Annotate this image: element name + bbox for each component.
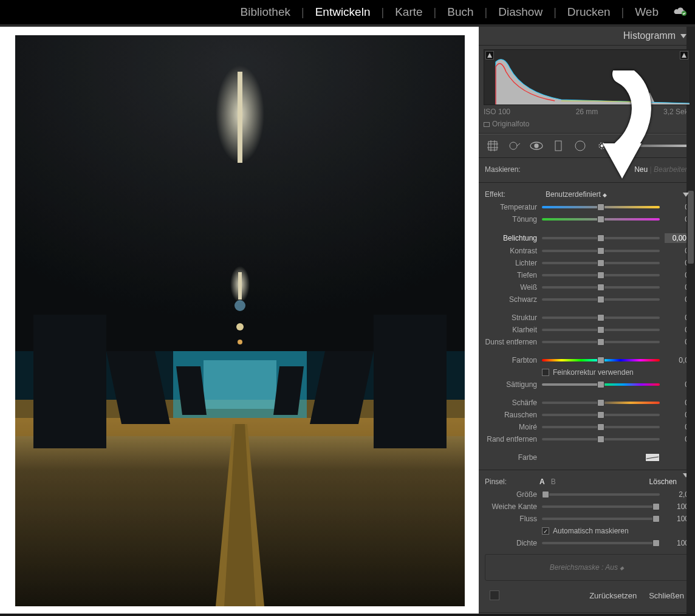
histogram-panel-header[interactable]: Histogramm bbox=[479, 27, 695, 46]
slider-clarity[interactable]: Klarheit0 bbox=[485, 324, 689, 336]
color-swatch-row[interactable]: Farbe bbox=[485, 451, 689, 464]
image-canvas[interactable] bbox=[0, 24, 479, 614]
shadow-clipping-icon[interactable] bbox=[485, 51, 494, 60]
redeye-tool-icon[interactable] bbox=[529, 138, 544, 154]
slider-brush-density[interactable]: Dichte100 bbox=[485, 537, 689, 549]
cloud-sync-icon[interactable] bbox=[673, 6, 686, 18]
histogram-display[interactable] bbox=[484, 49, 690, 105]
brush-b-button[interactable]: B bbox=[551, 477, 556, 486]
slider-contrast[interactable]: Kontrast0 bbox=[485, 245, 689, 257]
brush-a-button[interactable]: A bbox=[539, 477, 545, 486]
histogram-focal: 26 mm bbox=[576, 108, 598, 116]
mask-label: Maskieren: bbox=[485, 165, 521, 174]
svg-rect-26 bbox=[488, 142, 497, 150]
tab-web[interactable]: Web bbox=[632, 5, 661, 19]
develop-sidebar: Histogramm ISO 100 26 mm 3,2 Sek. Origin… bbox=[479, 24, 695, 614]
slider-dehaze[interactable]: Dunst entfernen0 bbox=[485, 336, 689, 348]
slider-brush-size[interactable]: Größe2,0 bbox=[485, 488, 689, 501]
tab-print[interactable]: Drucken bbox=[565, 5, 613, 19]
adjustment-brush-icon[interactable] bbox=[594, 138, 610, 154]
module-tabs: Bibliothek| Entwickeln| Karte| Buch| Dia… bbox=[0, 0, 695, 24]
slider-shadows[interactable]: Tiefen0 bbox=[485, 269, 689, 281]
svg-rect-22 bbox=[15, 35, 465, 606]
color-swatch[interactable] bbox=[645, 453, 660, 462]
slider-noise[interactable]: Rauschen0 bbox=[485, 409, 689, 421]
slider-texture[interactable]: Struktur0 bbox=[485, 312, 689, 324]
svg-point-31 bbox=[510, 142, 517, 149]
sidebar-scrollbar[interactable] bbox=[686, 27, 695, 614]
close-button[interactable]: Schließen bbox=[649, 591, 684, 600]
svg-rect-34 bbox=[555, 141, 561, 151]
brush-panel-label: Pinsel: bbox=[485, 477, 507, 486]
svg-marker-25 bbox=[682, 53, 686, 58]
graduated-filter-icon[interactable] bbox=[550, 138, 566, 154]
radial-filter-icon[interactable] bbox=[572, 138, 588, 154]
original-photo-label: Originalfoto bbox=[484, 120, 690, 128]
slider-sharpness[interactable]: Schärfe0 bbox=[485, 397, 689, 409]
slider-hue[interactable]: Farbton0,0 bbox=[485, 354, 689, 366]
slider-whites[interactable]: Weiß0 bbox=[485, 281, 689, 293]
spot-removal-icon[interactable] bbox=[507, 138, 522, 154]
svg-marker-24 bbox=[487, 53, 492, 58]
svg-point-33 bbox=[535, 144, 538, 148]
local-tools-strip bbox=[479, 134, 695, 158]
tab-slideshow[interactable]: Diashow bbox=[496, 5, 545, 19]
slider-exposure[interactable]: Belichtung0,00 bbox=[485, 231, 689, 245]
tab-book[interactable]: Buch bbox=[445, 5, 476, 19]
slider-highlights[interactable]: Lichter0 bbox=[485, 257, 689, 269]
tab-map[interactable]: Karte bbox=[392, 5, 425, 19]
collapse-icon bbox=[680, 34, 686, 38]
fine-adjustment-checkbox[interactable]: Feinkorrektur verwenden bbox=[485, 366, 689, 378]
slider-saturation[interactable]: Sättigung0 bbox=[485, 378, 689, 391]
slider-blacks[interactable]: Schwarz0 bbox=[485, 293, 689, 306]
mask-edit-button[interactable]: Bearbeiten bbox=[654, 165, 689, 174]
mask-new-button[interactable]: Neu bbox=[634, 165, 648, 174]
range-mask-dropdown[interactable]: Bereichsmaske : Aus ◆ bbox=[485, 554, 689, 581]
reset-button[interactable]: Zurücksetzen bbox=[589, 591, 637, 600]
collapse-icon[interactable] bbox=[683, 193, 689, 197]
photo-preview bbox=[15, 35, 465, 606]
tool-amount-slider[interactable] bbox=[620, 145, 689, 147]
frame-icon bbox=[484, 122, 490, 127]
slider-brush-feather[interactable]: Weiche Kante100 bbox=[485, 501, 689, 513]
slider-moire[interactable]: Moiré0 bbox=[485, 421, 689, 433]
brush-erase-button[interactable]: Löschen bbox=[649, 477, 677, 486]
auto-mask-checkbox[interactable]: ✓Automatisch maskieren bbox=[485, 525, 689, 537]
basic-panel-header[interactable]: Grundeinstellungen bbox=[479, 613, 695, 614]
highlight-clipping-icon[interactable] bbox=[680, 51, 688, 60]
tab-develop[interactable]: Entwickeln bbox=[313, 5, 373, 19]
histogram-title: Histogramm bbox=[623, 30, 676, 41]
slider-brush-flow[interactable]: Fluss100 bbox=[485, 513, 689, 525]
slider-temperature[interactable]: Temperatur0 bbox=[485, 201, 689, 213]
effect-label: Effekt: bbox=[485, 190, 505, 199]
svg-point-37 bbox=[601, 145, 603, 147]
histogram-iso: ISO 100 bbox=[484, 108, 510, 116]
effect-preset-dropdown[interactable]: Benutzerdefiniert ◆ bbox=[546, 190, 607, 199]
tab-library[interactable]: Bibliothek bbox=[238, 5, 293, 19]
crop-tool-icon[interactable] bbox=[485, 138, 501, 154]
svg-point-0 bbox=[682, 11, 686, 16]
slider-defringe[interactable]: Rand entfernen0 bbox=[485, 433, 689, 445]
svg-point-35 bbox=[575, 141, 585, 151]
before-after-toggle[interactable] bbox=[490, 590, 499, 600]
slider-tint[interactable]: Tönung0 bbox=[485, 213, 689, 225]
